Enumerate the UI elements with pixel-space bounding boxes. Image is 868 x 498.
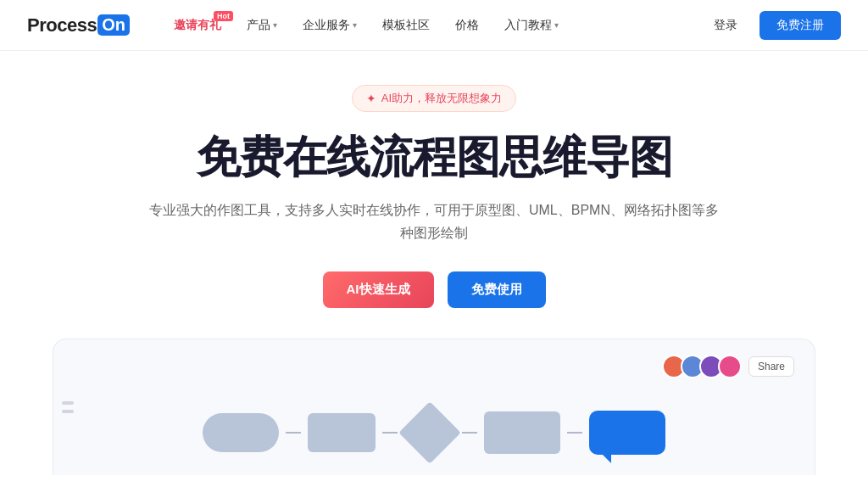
- connector: [462, 432, 477, 434]
- flowchart-shape-rect2: [484, 411, 560, 454]
- sparkle-icon: ✦: [366, 92, 376, 105]
- connector: [382, 432, 398, 434]
- nav-actions: 登录 免费注册: [702, 11, 841, 40]
- handle-bar: [62, 401, 74, 405]
- avatar: [718, 355, 742, 378]
- nav-templates[interactable]: 模板社区: [372, 13, 440, 38]
- connector: [286, 432, 301, 434]
- login-button[interactable]: 登录: [702, 13, 749, 38]
- flowchart-shape-diamond-wrap: [404, 407, 455, 458]
- hero-buttons: AI快速生成 免费使用: [323, 271, 546, 308]
- nav-products[interactable]: 产品 ▾: [236, 13, 287, 38]
- flowchart-shape-diamond: [398, 401, 461, 464]
- navbar: ProcessOn 邀请有礼 Hot 产品 ▾ 企业服务 ▾ 模板社区 价格 入…: [0, 0, 868, 51]
- ai-generate-button[interactable]: AI快速生成: [323, 271, 434, 308]
- handle-bar: [62, 410, 74, 413]
- logo-on-badge: On: [97, 14, 130, 36]
- nav-pricing[interactable]: 价格: [445, 13, 489, 38]
- logo[interactable]: ProcessOn: [27, 14, 130, 36]
- free-use-button[interactable]: 免费使用: [448, 271, 546, 308]
- diagram-toolbar: Share: [662, 355, 794, 378]
- connector: [567, 432, 582, 434]
- diagram-preview: Share: [53, 339, 815, 475]
- register-button[interactable]: 免费注册: [760, 11, 841, 40]
- flowchart-shape-rect: [308, 413, 376, 452]
- nav-links: 邀请有礼 Hot 产品 ▾ 企业服务 ▾ 模板社区 价格 入门教程 ▾: [164, 13, 702, 38]
- nav-enterprise[interactable]: 企业服务 ▾: [292, 13, 367, 38]
- left-handle: [62, 401, 74, 413]
- ai-badge: ✦ AI助力，释放无限想象力: [352, 85, 516, 112]
- share-button[interactable]: Share: [748, 356, 794, 377]
- hot-badge: Hot: [214, 11, 233, 21]
- hero-subtitle: 专业强大的作图工具，支持多人实时在线协作，可用于原型图、UML、BPMN、网络拓…: [146, 199, 722, 244]
- hero-title: 免费在线流程图思维导图: [197, 132, 672, 183]
- logo-text: Process: [27, 14, 97, 36]
- chevron-down-icon: ▾: [353, 20, 357, 30]
- nav-tutorial[interactable]: 入门教程 ▾: [494, 13, 569, 38]
- avatar-group: [662, 355, 742, 378]
- nav-invite[interactable]: 邀请有礼 Hot: [164, 13, 231, 38]
- chevron-down-icon: ▾: [554, 20, 559, 30]
- hero-section: ✦ AI助力，释放无限想象力 免费在线流程图思维导图 专业强大的作图工具，支持多…: [0, 51, 868, 475]
- flowchart-shape-speech: [589, 411, 665, 455]
- flowchart-shape-start: [203, 413, 279, 452]
- chevron-down-icon: ▾: [273, 20, 277, 30]
